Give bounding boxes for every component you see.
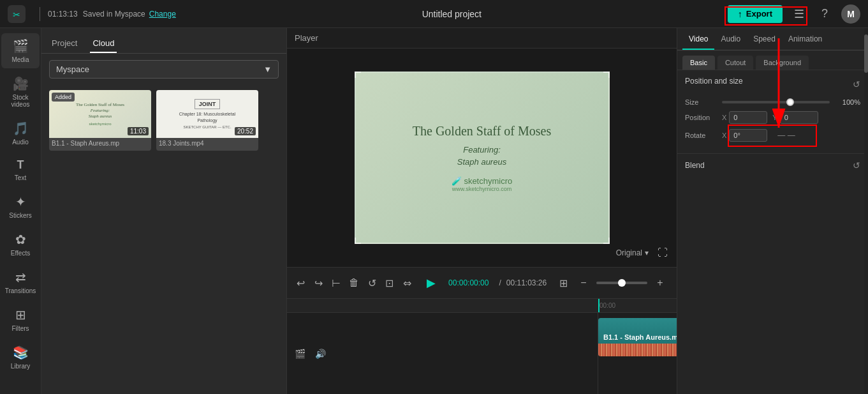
timeline-video-icon[interactable]: 🎬	[292, 346, 307, 361]
position-x-group: X	[722, 111, 767, 124]
mirror-button[interactable]: ⇔	[401, 274, 414, 292]
right-panel-empty	[677, 177, 868, 279]
project-title[interactable]: Untitled project	[176, 9, 728, 19]
player-controls: ↩ ↪ ⊢ 🗑 ↺ ⊡ ⇔ ▶ 00:00:00:00 / 00:11:03:2…	[287, 267, 677, 298]
blend-reset-icon[interactable]: ↺	[853, 160, 860, 170]
rp-sub-tab-cutout[interactable]: Cutout	[717, 56, 753, 70]
clip-name: B1.1 - Staph Aureus.mp4	[603, 333, 677, 341]
timeline-ruler: 00:00 05:00 10:00 15:00 20:00	[287, 299, 677, 313]
sidebar-item-transitions[interactable]: ⇄ Transitions	[1, 264, 40, 299]
right-tab-audio[interactable]: Audio	[714, 28, 747, 50]
size-slider[interactable]	[722, 101, 830, 103]
aspect-ratio-selector[interactable]: Original ▾	[616, 248, 649, 257]
tab-project[interactable]: Project	[49, 34, 80, 53]
right-tab-video[interactable]: Video	[682, 28, 714, 50]
timeline-left: 🎬 🔊	[287, 313, 598, 394]
main-area: 🎬 Media 🎥 Stock videos 🎵 Audio T Text ✦ …	[0, 28, 868, 394]
delete-button[interactable]: 🗑	[348, 274, 360, 292]
player-header: Player	[287, 28, 677, 49]
play-button[interactable]: ▶	[423, 273, 438, 293]
top-bar: ✂ 01:13:13 Saved in Myspace Change Untit…	[0, 0, 868, 28]
fullscreen-button[interactable]: ⛶	[654, 244, 672, 262]
cloud-dropdown[interactable]: Myspace ▼	[49, 60, 279, 79]
stickers-icon: ✦	[15, 194, 26, 209]
change-link[interactable]: Change	[149, 10, 176, 19]
split-button[interactable]: ⊢	[330, 274, 343, 292]
media-thumb-2[interactable]: JOINT Chapter 18: MusculoskeletalPatholo…	[156, 90, 258, 151]
scrollbar-thumb[interactable]	[864, 34, 868, 73]
sidebar-label-transitions: Transitions	[5, 287, 36, 294]
sidebar-item-text[interactable]: T Text	[1, 153, 40, 186]
zoom-in-button[interactable]: +	[651, 274, 669, 292]
video-website: www.sketchymicro.com	[413, 186, 551, 192]
sidebar-item-audio[interactable]: 🎵 Audio	[1, 116, 40, 151]
zoom-out-button[interactable]: −	[575, 274, 592, 292]
export-button[interactable]: Export	[728, 5, 783, 23]
crop-button[interactable]: ⊡	[383, 274, 396, 292]
timeline-track: B1.1 - Staph Aureus.mp4 11:03:26	[598, 313, 677, 394]
rp-sub-tab-basic[interactable]: Basic	[682, 56, 715, 70]
chevron-down-icon: ▾	[645, 248, 649, 257]
zoom-slider[interactable]	[596, 282, 647, 284]
sidebar-item-stickers[interactable]: ✦ Stickers	[1, 189, 40, 224]
sidebar-item-effects[interactable]: ✿ Effects	[1, 227, 40, 262]
thumb-filename-1: B1.1 - Staph Aureus.mp	[49, 138, 151, 149]
video-frame[interactable]: The Golden Staff of Moses Featuring: Sta…	[355, 72, 610, 244]
audio-icon: 🎵	[13, 121, 29, 136]
ruler-marks: 00:00 05:00 10:00 15:00 20:00	[598, 302, 677, 309]
dropdown-label: Myspace	[56, 64, 89, 74]
right-tab-animation[interactable]: Animation	[782, 28, 828, 50]
help-icon[interactable]: ?	[816, 5, 834, 23]
loop-button[interactable]: ↺	[365, 274, 378, 292]
app-logo: ✂	[8, 5, 26, 23]
blend-label: Blend	[685, 161, 705, 170]
track-clip-1[interactable]: B1.1 - Staph Aureus.mp4 11:03:26	[598, 318, 677, 356]
handle-tl[interactable]	[355, 72, 361, 78]
timeline-playhead	[598, 299, 600, 312]
rotate-dash: — —	[777, 131, 795, 140]
time-total: 00:11:03:26	[506, 278, 547, 287]
autosave-time: 01:13:13	[48, 10, 78, 19]
timeline-body: 🎬 🔊 B1.1 - Staph Aureus.mp4 11:03:26	[287, 313, 677, 394]
undo-button[interactable]: ↩	[295, 274, 307, 292]
sidebar-item-media[interactable]: 🎬 Media	[1, 33, 40, 68]
sidebar-label-text: Text	[15, 174, 26, 181]
time-current: 00:00:00:00	[448, 278, 489, 287]
position-y-input[interactable]	[780, 111, 818, 124]
timeline-audio-icon[interactable]: 🔊	[313, 346, 328, 361]
size-slider-thumb	[786, 98, 794, 106]
sidebar-label-stickers: Stickers	[9, 212, 32, 219]
handle-tr[interactable]	[603, 72, 610, 78]
sidebar-item-library[interactable]: 📚 Library	[1, 340, 40, 375]
position-x-input[interactable]	[729, 111, 767, 124]
video-featuring: Featuring: Staph aureus	[413, 144, 551, 169]
redo-button[interactable]: ↪	[313, 274, 325, 292]
handle-br[interactable]	[603, 238, 610, 244]
rotate-lock-group: — —	[777, 131, 795, 140]
sidebar-item-filters[interactable]: ⊞ Filters	[1, 302, 40, 337]
video-title: The Golden Staff of Moses	[413, 124, 551, 139]
media-thumb-1[interactable]: The Golden Staff of MosesFeaturing:Staph…	[49, 90, 151, 151]
media-icon: 🎬	[13, 38, 29, 54]
menu-icon[interactable]: ☰	[790, 5, 808, 23]
center-area: Player The Golden Staff of Moses Featuri…	[287, 28, 677, 394]
fit-tracks-button[interactable]: ⊞	[557, 274, 570, 292]
chevron-down-icon: ▼	[263, 64, 272, 74]
featuring-value: Staph aureus	[457, 157, 506, 167]
video-content: The Golden Staff of Moses Featuring: Sta…	[413, 124, 551, 192]
sidebar-label-audio: Audio	[12, 139, 29, 146]
divider	[40, 7, 40, 21]
sidebar-item-stock-videos[interactable]: 🎥 Stock videos	[1, 71, 40, 113]
right-tab-speed[interactable]: Speed	[747, 28, 782, 50]
rotate-x-group: X	[722, 129, 767, 142]
top-bar-actions: Export ☰ ? M	[728, 4, 860, 24]
right-panel-tabs: Video Audio Speed Animation	[677, 28, 868, 50]
user-avatar[interactable]: M	[841, 4, 860, 24]
reset-icon[interactable]: ↺	[853, 79, 860, 89]
time-separator: /	[499, 278, 501, 287]
rotate-x-input[interactable]	[729, 129, 767, 142]
scrollbar-track	[864, 28, 868, 394]
rp-sub-tab-background[interactable]: Background	[756, 56, 809, 70]
handle-bl[interactable]	[355, 238, 361, 244]
tab-cloud[interactable]: Cloud	[90, 34, 117, 53]
